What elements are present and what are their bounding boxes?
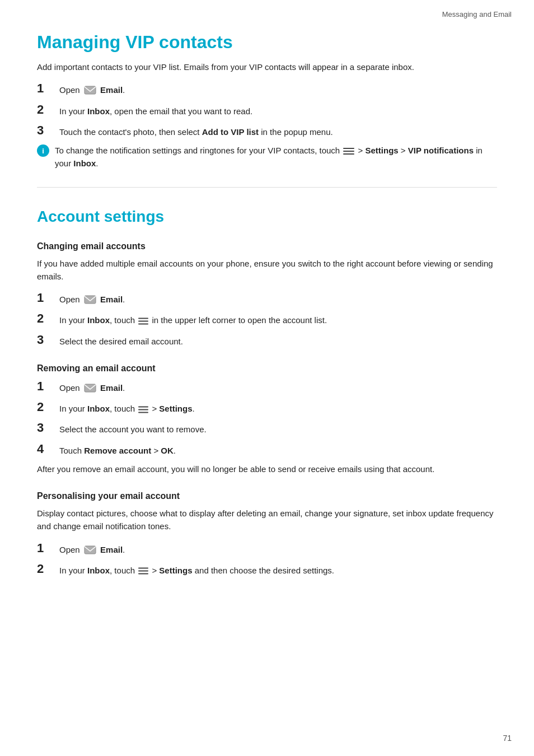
step-text: Open Email. xyxy=(59,81,125,96)
step-number: 2 xyxy=(37,311,56,326)
menu-icon xyxy=(137,566,152,575)
email-icon xyxy=(82,383,100,393)
step-text: Touch the contact's photo, then select A… xyxy=(59,123,333,138)
svg-rect-0 xyxy=(85,86,96,94)
step-number: 2 xyxy=(37,102,56,117)
svg-rect-5 xyxy=(138,318,148,319)
step-number: 1 xyxy=(37,81,56,96)
info-text: To change the notification settings and … xyxy=(55,144,497,170)
step-number: 4 xyxy=(37,442,56,456)
step-item: 2 In your Inbox, touch > Settings and th… xyxy=(37,562,497,577)
section1-title: Managing VIP contacts xyxy=(37,32,497,53)
step-text: Open Email. xyxy=(59,379,125,394)
svg-rect-15 xyxy=(138,573,148,575)
email-icon xyxy=(82,545,100,554)
step-number: 3 xyxy=(37,123,56,138)
step-text: In your Inbox, touch > Settings and then… xyxy=(59,562,334,577)
step-item: 1 Open Email. xyxy=(37,291,497,306)
step-text: In your Inbox, open the email that you w… xyxy=(59,102,252,118)
menu-icon xyxy=(137,315,152,325)
subsection-changing-intro: If you have added multiple email account… xyxy=(37,257,497,283)
email-icon xyxy=(82,295,100,304)
step-item: 4 Touch Remove account > OK. xyxy=(37,442,497,457)
removing-steps: 1 Open Email. 2 In your Inbox, touch xyxy=(37,379,497,457)
svg-rect-3 xyxy=(343,153,354,155)
svg-rect-7 xyxy=(138,323,148,324)
step-number: 1 xyxy=(37,291,56,305)
step-text: Touch Remove account > OK. xyxy=(59,442,176,457)
svg-rect-14 xyxy=(138,571,148,572)
subsection-personalising-title: Personalising your email account xyxy=(37,491,497,501)
step-text: In your Inbox, touch in the upper left c… xyxy=(59,311,327,326)
step-number: 2 xyxy=(37,400,56,414)
step-item: 1 Open Email. xyxy=(37,379,497,394)
section1-intro: Add important contacts to your VIP list.… xyxy=(37,60,497,73)
step-item: 3 Touch the contact's photo, then select… xyxy=(37,123,497,138)
page-header: Messaging and Email xyxy=(0,0,534,21)
step-number: 3 xyxy=(37,421,56,435)
step-text: Open Email. xyxy=(59,541,125,556)
email-icon xyxy=(82,85,100,95)
info-block: i To change the notification settings an… xyxy=(37,144,497,170)
step-number: 2 xyxy=(37,562,56,576)
step-item: 1 Open Email. xyxy=(37,81,497,96)
svg-rect-13 xyxy=(138,568,148,569)
section1-steps: 1 Open Email. 2 In your Inbox, open the … xyxy=(37,81,497,138)
step-text: Select the account you want to remove. xyxy=(59,421,207,436)
changing-steps: 1 Open Email. 2 In your Inbox, touch xyxy=(37,291,497,348)
page-header-label: Messaging and Email xyxy=(442,10,512,18)
subsection-changing-title: Changing email accounts xyxy=(37,241,497,251)
menu-icon xyxy=(342,146,358,155)
step-number: 1 xyxy=(37,379,56,394)
personalising-steps: 1 Open Email. 2 In your Inbox, touch xyxy=(37,541,497,577)
personalising-intro: Display contact pictures, choose what to… xyxy=(37,507,497,533)
step-item: 1 Open Email. xyxy=(37,541,497,556)
step-text: Open Email. xyxy=(59,291,125,306)
subsection-removing-title: Removing an email account xyxy=(37,363,497,374)
step-item: 3 Select the desired email account. xyxy=(37,333,497,348)
step-email-label: Email xyxy=(100,85,123,95)
svg-rect-4 xyxy=(85,296,96,304)
step-item: 3 Select the account you want to remove. xyxy=(37,421,497,436)
svg-rect-12 xyxy=(85,546,96,554)
section-divider xyxy=(37,187,497,188)
step-item: 2 In your Inbox, touch in the upper left… xyxy=(37,311,497,326)
step-text: Select the desired email account. xyxy=(59,333,183,348)
svg-rect-6 xyxy=(138,320,148,321)
info-icon: i xyxy=(37,144,49,157)
svg-rect-9 xyxy=(138,406,148,407)
svg-rect-2 xyxy=(343,151,354,152)
svg-rect-11 xyxy=(138,412,148,413)
step-text: In your Inbox, touch > Settings. xyxy=(59,400,195,415)
page-number: 71 xyxy=(503,734,512,743)
step-item: 2 In your Inbox, touch > Settings. xyxy=(37,400,497,415)
removing-after-text: After you remove an email account, you w… xyxy=(37,463,497,475)
step-number: 1 xyxy=(37,541,56,556)
svg-rect-10 xyxy=(138,409,148,410)
svg-rect-1 xyxy=(343,148,354,149)
section2-title: Account settings xyxy=(37,208,497,226)
step-item: 2 In your Inbox, open the email that you… xyxy=(37,102,497,118)
menu-icon xyxy=(137,404,152,413)
step-number: 3 xyxy=(37,333,56,347)
svg-rect-8 xyxy=(85,384,96,392)
